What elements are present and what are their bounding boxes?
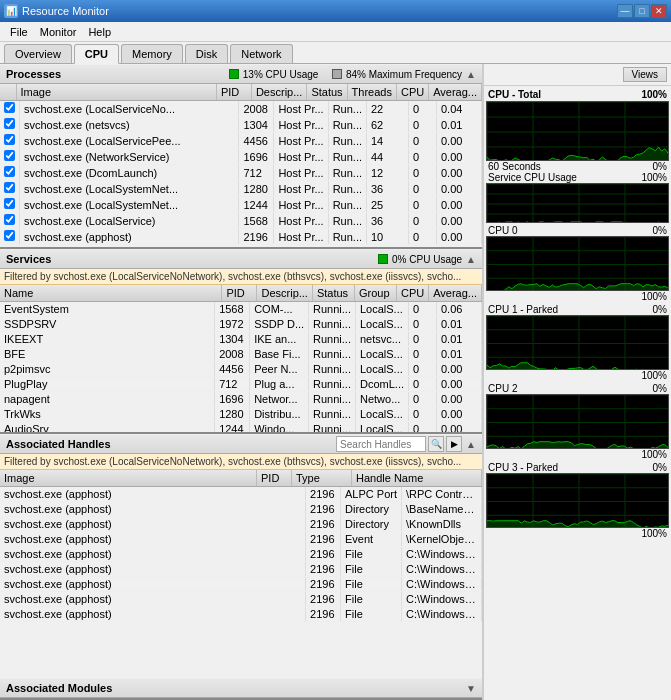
handles-search-button[interactable]: 🔍 (428, 436, 444, 452)
processes-col-status[interactable]: Status (307, 84, 347, 101)
process-status: Run... (328, 197, 366, 213)
tab-network[interactable]: Network (230, 44, 292, 63)
process-row[interactable]: svchost.exe (LocalSystemNet... 1280 Host… (0, 181, 482, 197)
service-avg: 0.00 (437, 422, 482, 433)
handle-row[interactable]: svchost.exe (apphost) 2196 File C:\Windo… (0, 562, 482, 577)
handles-search-go[interactable]: ▶ (446, 436, 462, 452)
process-checkbox[interactable] (4, 166, 15, 177)
handles-col-type[interactable]: Type (292, 470, 352, 487)
title-bar: 📊 Resource Monitor — □ ✕ (0, 0, 671, 22)
handle-row[interactable]: svchost.exe (apphost) 2196 File C:\Windo… (0, 592, 482, 607)
process-checkbox[interactable] (4, 150, 15, 161)
process-avg: 0.00 (437, 213, 482, 229)
tab-overview[interactable]: Overview (4, 44, 72, 63)
service-avg: 0.00 (437, 407, 482, 422)
process-checkbox[interactable] (4, 214, 15, 225)
services-col-status[interactable]: Status (312, 285, 354, 302)
processes-header: Processes 13% CPU Usage 84% Maximum Freq… (0, 64, 482, 84)
processes-col-avg[interactable]: Averag... (429, 84, 482, 101)
processes-table-scroll[interactable]: svchost.exe (LocalServiceNo... 2008 Host… (0, 101, 482, 247)
service-row[interactable]: EventSystem 1568 COM-... Runni... LocalS… (0, 302, 482, 317)
service-name: napagent (0, 392, 215, 407)
processes-collapse[interactable]: ▲ (466, 69, 476, 80)
services-col-pid[interactable]: PID (222, 285, 257, 302)
handles-filter: Filtered by svchost.exe (LocalServiceNoN… (0, 454, 482, 470)
service-row[interactable]: PlugPlay 712 Plug a... Runni... DcomL...… (0, 377, 482, 392)
modules-collapse[interactable]: ▼ (466, 683, 476, 694)
process-threads: 10 (367, 229, 409, 245)
service-row[interactable]: AudioSrv 1244 Windo... Runni... LocalS..… (0, 422, 482, 433)
process-row[interactable]: svchost.exe (LocalServiceNo... 2008 Host… (0, 101, 482, 117)
handles-header: Associated Handles 🔍 ▶ ▲ (0, 434, 482, 454)
maximize-button[interactable]: □ (634, 4, 650, 18)
processes-col-pid[interactable]: PID (216, 84, 251, 101)
handle-row[interactable]: svchost.exe (apphost) 2196 Event \Kernel… (0, 532, 482, 547)
handle-row[interactable]: svchost.exe (apphost) 2196 File C:\Windo… (0, 607, 482, 622)
process-row[interactable]: svchost.exe (LocalServicePee... 4456 Hos… (0, 133, 482, 149)
process-checkbox[interactable] (4, 230, 15, 241)
service-status: Runni... (309, 392, 356, 407)
menu-help[interactable]: Help (82, 24, 117, 40)
services-col-group[interactable]: Group (354, 285, 396, 302)
handles-col-image[interactable]: Image (0, 470, 257, 487)
handle-row[interactable]: svchost.exe (apphost) 2196 File C:\Windo… (0, 577, 482, 592)
process-row[interactable]: svchost.exe (LocalService) 1568 Host Pr.… (0, 213, 482, 229)
service-row[interactable]: TrkWks 1280 Distribu... Runni... LocalS.… (0, 407, 482, 422)
services-col-name[interactable]: Name (0, 285, 222, 302)
tab-cpu[interactable]: CPU (74, 44, 119, 64)
processes-col-desc[interactable]: Descrip... (251, 84, 306, 101)
menu-monitor[interactable]: Monitor (34, 24, 83, 40)
minimize-button[interactable]: — (617, 4, 633, 18)
service-pid: 1972 (215, 317, 250, 332)
process-checkbox[interactable] (4, 198, 15, 209)
process-checkbox[interactable] (4, 102, 15, 113)
process-pid: 1568 (239, 213, 274, 229)
service-row[interactable]: p2pimsvc 4456 Peer N... Runni... LocalS.… (0, 362, 482, 377)
handles-collapse[interactable]: ▲ (466, 439, 476, 450)
close-button[interactable]: ✕ (651, 4, 667, 18)
process-row[interactable]: svchost.exe (NetworkService) 1696 Host P… (0, 149, 482, 165)
handles-col-pid[interactable]: PID (257, 470, 292, 487)
process-checkbox[interactable] (4, 134, 15, 145)
process-row[interactable]: svchost.exe (apphost) 2196 Host Pr... Ru… (0, 229, 482, 245)
processes-col-check[interactable] (0, 84, 16, 101)
processes-col-cpu[interactable]: CPU (396, 84, 428, 101)
processes-col-image[interactable]: Image (16, 84, 216, 101)
process-desc: Host Pr... (274, 197, 328, 213)
service-row[interactable]: napagent 1696 Networ... Runni... Netwo..… (0, 392, 482, 407)
handle-row[interactable]: svchost.exe (apphost) 2196 ALPC Port \RP… (0, 487, 482, 502)
process-checkbox[interactable] (4, 118, 15, 129)
handle-row[interactable]: svchost.exe (apphost) 2196 Directory \Kn… (0, 517, 482, 532)
cpu-core-label-row: CPU 1 - Parked 0% (486, 304, 669, 315)
process-checkbox[interactable] (4, 182, 15, 193)
cpu-total-text: CPU - Total (488, 89, 541, 100)
services-table-scroll[interactable]: EventSystem 1568 COM-... Runni... LocalS… (0, 302, 482, 432)
handle-name: \RPC Control\OLEБ8A30A730744... (402, 487, 482, 502)
process-row[interactable]: svchost.exe (DcomLaunch) 712 Host Pr... … (0, 165, 482, 181)
handles-search-input[interactable] (336, 436, 426, 452)
process-image: svchost.exe (NetworkService) (20, 149, 239, 165)
process-pid: 1280 (239, 181, 274, 197)
views-button[interactable]: Views (623, 67, 668, 82)
service-row[interactable]: SSDPSRV 1972 SSDP D... Runni... LocalS..… (0, 317, 482, 332)
processes-col-threads[interactable]: Threads (347, 84, 396, 101)
service-row[interactable]: BFE 2008 Base Fi... Runni... LocalS... 0… (0, 347, 482, 362)
tab-disk[interactable]: Disk (185, 44, 228, 63)
process-image: svchost.exe (LocalSystemNet... (20, 197, 239, 213)
modules-header: Associated Modules ▼ (0, 678, 482, 698)
service-row[interactable]: IKEEXT 1304 IKE an... Runni... netsvc...… (0, 332, 482, 347)
handles-table-scroll[interactable]: svchost.exe (apphost) 2196 ALPC Port \RP… (0, 487, 482, 678)
handle-row[interactable]: svchost.exe (apphost) 2196 File C:\Windo… (0, 547, 482, 562)
services-col-desc[interactable]: Descrip... (257, 285, 312, 302)
handles-col-handle[interactable]: Handle Name (352, 470, 482, 487)
tab-memory[interactable]: Memory (121, 44, 183, 63)
menu-file[interactable]: File (4, 24, 34, 40)
process-row[interactable]: svchost.exe (netsvcs) 1304 Host Pr... Ru… (0, 117, 482, 133)
services-collapse[interactable]: ▲ (466, 254, 476, 265)
services-title: Services (6, 253, 51, 265)
services-col-cpu[interactable]: CPU (396, 285, 428, 302)
services-col-avg[interactable]: Averag... (429, 285, 482, 302)
handle-row[interactable]: svchost.exe (apphost) 2196 Directory \Ba… (0, 502, 482, 517)
process-row[interactable]: svchost.exe (LocalSystemNet... 1244 Host… (0, 197, 482, 213)
services-column-headers: Name PID Descrip... Status Group CPU Ave… (0, 285, 482, 302)
